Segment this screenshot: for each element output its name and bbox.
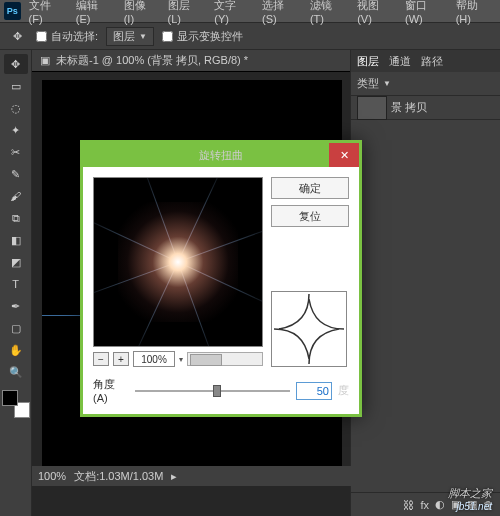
marquee-tool[interactable]: ▭ bbox=[4, 76, 28, 96]
move-tool[interactable]: ✥ bbox=[4, 54, 28, 74]
show-transform-check[interactable] bbox=[162, 31, 173, 42]
pen-tool[interactable]: ✒ bbox=[4, 296, 28, 316]
zoom-out-button[interactable]: − bbox=[93, 352, 109, 366]
dropdown-value: 图层 bbox=[113, 29, 135, 44]
document-tab[interactable]: ▣ 未标题-1 @ 100% (背景 拷贝, RGB/8) * bbox=[32, 50, 350, 72]
menu-image[interactable]: 图像(I) bbox=[118, 0, 160, 27]
type-tool[interactable]: T bbox=[4, 274, 28, 294]
panels: 图层 通道 路径 类型 ▼ 景 拷贝 ⛓ fx ◐ ▣ ▦ 🗑 bbox=[350, 50, 500, 516]
angle-slider[interactable] bbox=[135, 383, 290, 399]
menu-view[interactable]: 视图(V) bbox=[351, 0, 397, 27]
document-tab-label: 未标题-1 @ 100% (背景 拷贝, RGB/8) * bbox=[56, 53, 248, 68]
slider-thumb[interactable] bbox=[213, 385, 221, 397]
zoom-tool[interactable]: 🔍 bbox=[4, 362, 28, 382]
twirl-curve-preview bbox=[271, 291, 347, 367]
close-button[interactable]: ✕ bbox=[329, 143, 359, 167]
zoom-value-input[interactable] bbox=[133, 351, 175, 367]
auto-select-check[interactable] bbox=[36, 31, 47, 42]
ok-button[interactable]: 确定 bbox=[271, 177, 349, 199]
angle-row: 角度(A) 度 bbox=[83, 377, 359, 414]
layer-thumbnail[interactable] bbox=[357, 96, 387, 120]
auto-select-checkbox[interactable]: 自动选择: bbox=[36, 29, 98, 44]
tab-channels[interactable]: 通道 bbox=[389, 54, 411, 69]
mask-icon[interactable]: ◐ bbox=[435, 498, 445, 511]
menu-edit[interactable]: 编辑(E) bbox=[70, 0, 116, 27]
menu-layer[interactable]: 图层(L) bbox=[162, 0, 207, 27]
color-swatches[interactable] bbox=[2, 390, 30, 418]
layer-name: 景 拷贝 bbox=[391, 100, 427, 115]
layer-filter-row: 类型 ▼ bbox=[351, 72, 500, 96]
doc-icon: ▣ bbox=[40, 54, 50, 67]
status-arrow-icon[interactable]: ▸ bbox=[171, 470, 177, 483]
show-transform-label: 显示变换控件 bbox=[177, 29, 243, 44]
twirl-curve-icon bbox=[274, 294, 344, 364]
eyedropper-tool[interactable]: ✎ bbox=[4, 164, 28, 184]
app-logo: Ps bbox=[4, 2, 21, 20]
watermark: 脚本之家 jb51.net bbox=[448, 483, 492, 512]
move-tool-icon[interactable]: ✥ bbox=[6, 25, 28, 47]
watermark-main: 脚本之家 bbox=[448, 487, 492, 499]
preview-zoom-controls: − + ▾ bbox=[93, 351, 263, 367]
show-transform-checkbox[interactable]: 显示变换控件 bbox=[162, 29, 243, 44]
menu-window[interactable]: 窗口(W) bbox=[399, 0, 448, 27]
angle-label: 角度(A) bbox=[93, 377, 129, 404]
dialog-title: 旋转扭曲 bbox=[199, 148, 243, 163]
angle-unit: 度 bbox=[338, 383, 349, 398]
gradient-tool[interactable]: ◩ bbox=[4, 252, 28, 272]
preview-column: − + ▾ bbox=[93, 177, 263, 367]
menu-type[interactable]: 文字(Y) bbox=[208, 0, 254, 27]
link-icon[interactable]: ⛓ bbox=[403, 499, 414, 511]
menu-filter[interactable]: 滤镜(T) bbox=[304, 0, 349, 27]
panel-tabs: 图层 通道 路径 bbox=[351, 50, 500, 72]
twirl-dialog: 旋转扭曲 ✕ − + ▾ 确定 复位 bbox=[80, 140, 362, 417]
watermark-sub: jb51.net bbox=[448, 501, 492, 512]
angle-input[interactable] bbox=[296, 382, 332, 400]
eraser-tool[interactable]: ◧ bbox=[4, 230, 28, 250]
brush-tool[interactable]: 🖌 bbox=[4, 186, 28, 206]
chevron-down-icon[interactable]: ▼ bbox=[383, 79, 391, 88]
main-menu-bar: Ps 文件(F) 编辑(E) 图像(I) 图层(L) 文字(Y) 选择(S) 滤… bbox=[0, 0, 500, 22]
menu-file[interactable]: 文件(F) bbox=[23, 0, 68, 27]
dialog-side: 确定 复位 bbox=[271, 177, 349, 367]
menu-help[interactable]: 帮助(H) bbox=[450, 0, 496, 27]
layer-row[interactable]: 景 拷贝 bbox=[351, 96, 500, 120]
lasso-tool[interactable]: ◌ bbox=[4, 98, 28, 118]
tab-paths[interactable]: 路径 bbox=[421, 54, 443, 69]
wand-tool[interactable]: ✦ bbox=[4, 120, 28, 140]
dialog-titlebar[interactable]: 旋转扭曲 ✕ bbox=[83, 143, 359, 167]
fx-icon[interactable]: fx bbox=[420, 499, 429, 511]
zoom-in-button[interactable]: + bbox=[113, 352, 129, 366]
status-bar: 100% 文档:1.03M/1.03M ▸ bbox=[32, 466, 352, 486]
tab-layers[interactable]: 图层 bbox=[357, 54, 379, 69]
menu-select[interactable]: 选择(S) bbox=[256, 0, 302, 27]
status-info: 文档:1.03M/1.03M bbox=[74, 469, 163, 484]
auto-select-dropdown[interactable]: 图层 ▼ bbox=[106, 27, 154, 46]
status-zoom[interactable]: 100% bbox=[38, 470, 66, 482]
hand-tool[interactable]: ✋ bbox=[4, 340, 28, 360]
auto-select-label: 自动选择: bbox=[51, 29, 98, 44]
crop-tool[interactable]: ✂ bbox=[4, 142, 28, 162]
chevron-down-icon: ▼ bbox=[139, 32, 147, 41]
toolbox: ✥ ▭ ◌ ✦ ✂ ✎ 🖌 ⧉ ◧ ◩ T ✒ ▢ ✋ 🔍 bbox=[0, 50, 32, 516]
clone-tool[interactable]: ⧉ bbox=[4, 208, 28, 228]
chevron-down-icon[interactable]: ▾ bbox=[179, 355, 183, 364]
filter-preview[interactable] bbox=[93, 177, 263, 347]
shape-tool[interactable]: ▢ bbox=[4, 318, 28, 338]
lens-flare bbox=[118, 202, 238, 322]
dialog-body: − + ▾ 确定 复位 bbox=[83, 167, 359, 377]
reset-button[interactable]: 复位 bbox=[271, 205, 349, 227]
filter-kind-label: 类型 bbox=[357, 76, 379, 91]
foreground-color-swatch[interactable] bbox=[2, 390, 18, 406]
preview-scrollbar[interactable] bbox=[187, 352, 263, 366]
